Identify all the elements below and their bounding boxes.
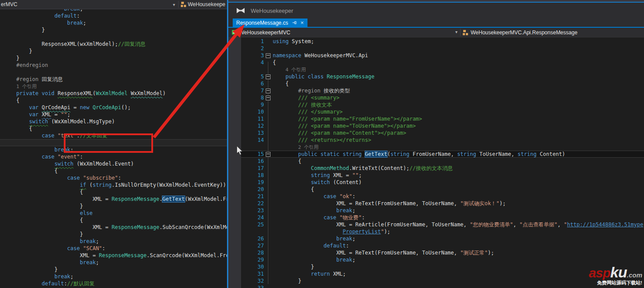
code-line[interactable]: 3namespace WeHousekeeperMVC.Api — [228, 52, 644, 59]
code-line[interactable]: 8 /// <summary> — [228, 94, 644, 101]
code-line[interactable]: ResponseXML(wxXmlModel);//回复消息 — [16, 41, 227, 48]
code-line[interactable]: switch (WxXmlModel.MsgType) — [16, 118, 227, 125]
pin-icon[interactable] — [293, 21, 297, 25]
code-line[interactable]: 10 /// </summary> — [228, 108, 644, 115]
type-dropdown-label[interactable]: WeHousekeeperMVC.Api.ResponseMessage — [471, 30, 578, 36]
code-line[interactable]: 13 /// <param name="Content"></param> — [228, 129, 644, 137]
type-dropdown[interactable]: WeHousekeeperMVC.Api.ResponseMessage — [463, 28, 578, 37]
code-line[interactable]: 11 /// <param name="FromUserName"></para… — [228, 115, 644, 122]
code-line[interactable]: private void ResponseXML(WxXmlModel WxXm… — [16, 90, 227, 97]
code-line[interactable]: case "SCAN": — [16, 245, 227, 252]
code-line[interactable]: 4{ — [228, 59, 644, 66]
code-line[interactable]: 9 /// 接收文本 — [228, 101, 644, 108]
code-line[interactable]: #region 回复消息 — [16, 76, 227, 83]
code-line[interactable]: 23 break; — [228, 207, 644, 214]
code-line[interactable]: { — [16, 97, 227, 104]
code-line[interactable]: { — [16, 188, 227, 196]
code-line[interactable]: 18 string XML = ""; — [228, 172, 644, 179]
code-line[interactable]: { — [16, 125, 227, 132]
outlining-margin[interactable] — [264, 94, 273, 101]
outlining-margin[interactable] — [264, 52, 273, 59]
code-line[interactable]: } — [16, 55, 227, 62]
code-line[interactable] — [16, 69, 227, 76]
code-line[interactable]: XML = ResponseMessage.GetText(WxXmlModel… — [16, 196, 227, 203]
code-line[interactable]: } — [16, 266, 227, 273]
type-dropdown[interactable]: WeHousekeepe — [188, 1, 225, 7]
project-dropdown-label[interactable]: WeHousekeeperMVC — [239, 30, 290, 36]
code-line[interactable]: default: — [16, 12, 227, 19]
code-line[interactable]: 20 { — [228, 186, 644, 193]
code-line[interactable]: } — [16, 48, 227, 55]
code-line[interactable]: 28 XML = ReText(FromUserName, ToUserName… — [228, 249, 644, 256]
code-line[interactable]: XML = ResponseMessage.SubScanQrcode(WxXm… — [16, 224, 227, 231]
code-line[interactable]: 30 } — [228, 263, 644, 270]
code-line[interactable]: XML = ResponseMessage.ScanQrcode(WxXmlMo… — [16, 252, 227, 259]
code-line[interactable]: 6 { — [228, 80, 644, 87]
code-line[interactable]: else — [16, 210, 227, 217]
code-line[interactable] — [16, 33, 227, 41]
code-line[interactable]: } — [16, 26, 227, 33]
code-line[interactable]: 19 switch (Content) — [228, 179, 644, 186]
code-line[interactable]: case "event": — [16, 153, 227, 160]
code-line[interactable]: 21 case "ok": — [228, 193, 644, 200]
code-line[interactable]: { — [16, 167, 227, 174]
code-token: ; — [83, 20, 86, 26]
code-line[interactable]: 14 /// <returns></returns> — [228, 137, 644, 144]
code-line[interactable]: 12 /// <param name="ToUserName"></param> — [228, 122, 644, 129]
code-line[interactable]: 24 case "物业费": — [228, 214, 644, 221]
code-line[interactable]: { — [16, 217, 227, 224]
close-icon[interactable]: × — [300, 19, 304, 26]
code-line[interactable]: 33 — [228, 284, 644, 288]
code-line[interactable]: 26 break; — [228, 235, 644, 242]
code-line[interactable]: } — [16, 231, 227, 238]
outlining-margin[interactable] — [264, 73, 273, 80]
project-dropdown[interactable]: WeHousekeeperMVC — [232, 28, 290, 37]
code-line[interactable]: case "subscribe": — [16, 174, 227, 181]
code-line[interactable]: 32 } — [228, 277, 644, 284]
code-line[interactable]: } — [16, 203, 227, 210]
code-line[interactable]: 15 public static string GetText(string F… — [228, 151, 644, 158]
code-line[interactable]: var XML = ""; — [16, 111, 227, 118]
outlining-margin[interactable] — [264, 151, 273, 158]
code-line[interactable]: 22 XML = ReText(FromUserName, ToUserName… — [228, 200, 644, 207]
code-line[interactable]: 1using System; — [228, 38, 644, 45]
code-line[interactable]: break; — [16, 19, 227, 26]
chevron-down-icon[interactable]: ▾ — [455, 30, 457, 34]
code-line[interactable]: 17 CommonMethod.WriteTxt(Content);//接收的文… — [228, 165, 644, 172]
code-line[interactable]: default://默认回复 — [16, 280, 227, 287]
chevron-down-icon[interactable]: ▾ — [173, 2, 175, 7]
code-line[interactable]: 29 break; — [228, 256, 644, 263]
code-line[interactable]: break; — [16, 9, 227, 12]
code-line[interactable]: switch (WxXmlModel.Event) — [16, 160, 227, 167]
outlining-margin[interactable] — [264, 87, 273, 94]
collapse-box-icon[interactable] — [266, 96, 271, 100]
code-line[interactable]: 1 个引用 — [16, 83, 227, 90]
code-line[interactable]: #endregion — [16, 62, 227, 69]
code-token — [16, 238, 80, 244]
code-token: /// <param name="FromUserName"></param> — [298, 116, 422, 122]
code-line[interactable]: 16 { — [228, 158, 644, 165]
code-line[interactable]: 31 return XML; — [228, 270, 644, 277]
code-line[interactable]: break; — [16, 259, 227, 266]
code-line[interactable]: 25 XML = ReArticle(FromUserName, ToUserN… — [228, 221, 644, 228]
code-line[interactable]: var QrCodeApi = new QrCodeApi(); — [16, 104, 227, 111]
collapse-box-icon[interactable] — [266, 74, 271, 79]
collapse-box-icon[interactable] — [266, 53, 271, 58]
code-editor-right[interactable]: 1using System;23namespace WeHousekeeperM… — [228, 37, 644, 288]
collapse-box-icon[interactable] — [266, 89, 271, 93]
project-dropdown[interactable]: erMVC — [1, 1, 17, 7]
code-line[interactable]: 5 public class ResponseMessage — [228, 73, 644, 80]
title-bar[interactable]: WeHousekeeper — [228, 3, 644, 18]
code-line[interactable]: 2 个引用 — [228, 144, 644, 151]
tab-label[interactable]: ResponseMessage.cs — [236, 20, 288, 26]
code-line[interactable]: 2 — [228, 45, 644, 52]
code-line[interactable]: break; — [16, 238, 227, 245]
code-line[interactable]: if (string.IsNullOrEmpty(WxXmlModel.Even… — [16, 181, 227, 188]
code-line[interactable]: break; — [16, 273, 227, 280]
code-line[interactable]: 27 default: — [228, 242, 644, 249]
code-line[interactable]: 7 #region 接收的类型 — [228, 87, 644, 94]
collapse-box-icon[interactable] — [266, 152, 271, 157]
code-line[interactable]: PropertyList"); — [228, 228, 644, 235]
code-line[interactable]: 4 个引用 — [228, 66, 644, 73]
tab-responsemessage[interactable]: ResponseMessage.cs × — [233, 18, 307, 27]
